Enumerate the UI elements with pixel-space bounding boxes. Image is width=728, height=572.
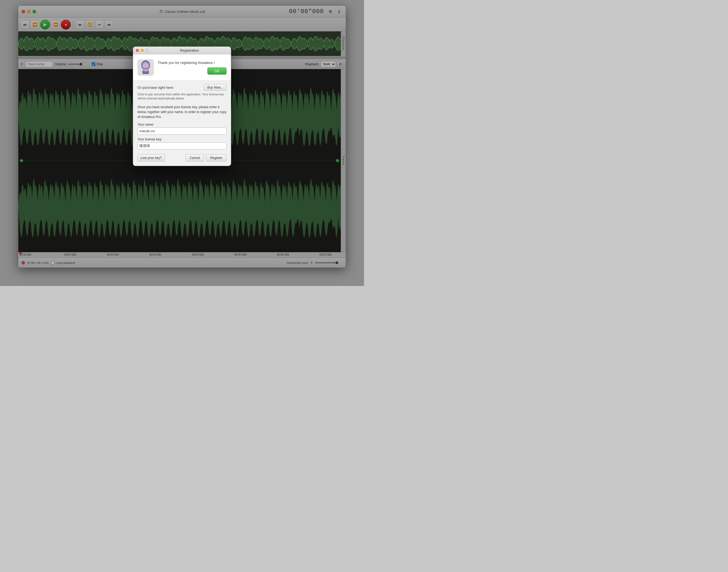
dialog-overlay: Registration [18, 5, 346, 268]
dialog-title: Registration [150, 48, 228, 53]
svg-point-12 [147, 65, 148, 66]
dialog-maximize-button [146, 49, 149, 52]
license-key-input[interactable] [137, 142, 226, 149]
thank-you-message: Thank you for registering Amadeus ! [158, 61, 226, 65]
app-window: 🎵 Classic Anthem Music.caf 00'00"000 ☢ ℹ… [18, 5, 346, 268]
dialog-close-button[interactable] [136, 49, 139, 52]
license-info-text: Once you have received your license key,… [137, 104, 226, 119]
cancel-button[interactable]: Cancel [186, 154, 204, 161]
name-field-label: Your name: [137, 123, 226, 127]
secure-text: Click to pay securely from within the ap… [137, 92, 226, 101]
dialog-thank-you-section: Thank you for registering Amadeus ! OK [133, 54, 231, 81]
svg-point-11 [144, 65, 145, 66]
thank-you-content: Thank you for registering Amadeus ! OK [158, 61, 226, 75]
dialog-body: Or purchase right here: Buy Now... Click… [133, 81, 231, 166]
dialog-titlebar: Registration [133, 47, 231, 54]
key-field-label: Your license key: [137, 137, 226, 141]
svg-point-8 [142, 62, 149, 70]
purchase-row: Or purchase right here: Buy Now... [137, 84, 226, 91]
ok-button[interactable]: OK [207, 67, 226, 75]
buy-now-button[interactable]: Buy Now... [204, 84, 226, 91]
amadeus-logo [137, 59, 154, 76]
lost-key-button[interactable]: Lost your key? [137, 154, 165, 161]
dialog-footer: Lost your key? Cancel Register [137, 152, 226, 162]
register-button[interactable]: Register [206, 154, 226, 161]
purchase-label: Or purchase right here: [137, 85, 174, 90]
name-input[interactable] [137, 128, 226, 135]
registration-dialog: Registration [133, 47, 231, 166]
dialog-minimize-button[interactable] [141, 49, 144, 52]
svg-rect-14 [143, 70, 148, 71]
